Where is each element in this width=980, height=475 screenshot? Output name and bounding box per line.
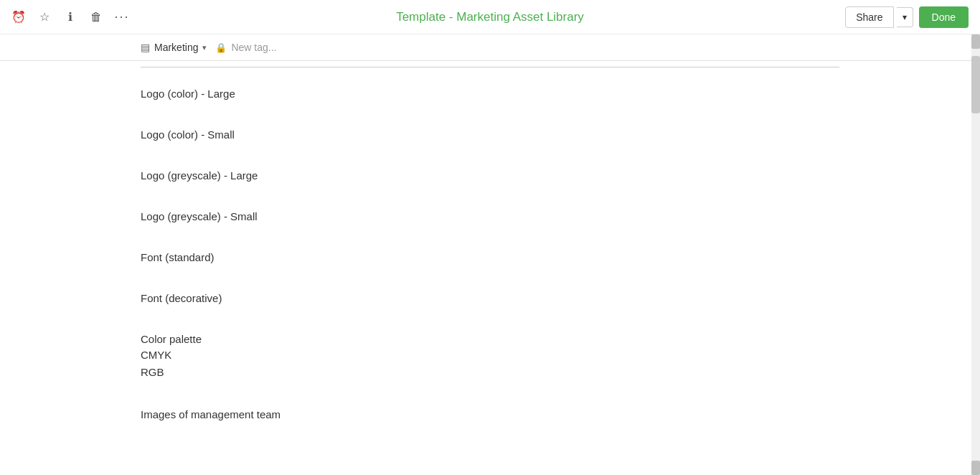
list-item[interactable]: Logo (greyscale) - Small <box>141 196 839 237</box>
toolbar-left: ⏰ ☆ ℹ 🗑 ··· <box>11 10 129 24</box>
main-content: Logo (color) - LargeLogo (color) - Small… <box>0 73 980 475</box>
toolbar-right: Share ▾ Done <box>845 6 969 28</box>
alarm-icon[interactable]: ⏰ <box>11 10 26 24</box>
marketing-tag[interactable]: ▤ Marketing ▾ <box>141 42 207 53</box>
item-sub-line: CMYK <box>141 347 839 364</box>
tag-chevron-icon: ▾ <box>202 43 207 52</box>
toolbar: ⏰ ☆ ℹ 🗑 ··· Template - Marketing Asset L… <box>0 0 980 34</box>
scrollbar-arrow-up[interactable] <box>971 34 980 49</box>
new-tag-button[interactable]: 🔒 New tag... <box>215 42 276 53</box>
list-item[interactable]: Images of management team <box>141 394 839 435</box>
list-item[interactable]: Font (standard) <box>141 237 839 278</box>
share-button[interactable]: Share <box>845 6 893 28</box>
page-title: Template - Marketing Asset Library <box>396 10 584 24</box>
item-text: Images of management team <box>141 408 281 420</box>
content-divider <box>141 67 839 67</box>
trash-icon[interactable]: 🗑 <box>89 10 103 24</box>
item-text: Logo (color) - Large <box>141 88 235 100</box>
list-item[interactable]: Logo (color) - Small <box>141 114 839 155</box>
scrollbar-arrow-down[interactable] <box>971 461 980 475</box>
scrollbar-track[interactable] <box>971 34 980 475</box>
item-text: Color palette <box>141 333 202 345</box>
list-item[interactable]: Logo (greyscale) - Large <box>141 155 839 196</box>
item-text: Logo (color) - Small <box>141 128 235 141</box>
item-text: Logo (greyscale) - Large <box>141 169 258 182</box>
tag-label: Marketing <box>154 42 198 53</box>
more-icon[interactable]: ··· <box>115 10 129 24</box>
list-item[interactable]: Font (decorative) <box>141 278 839 319</box>
item-text: Font (standard) <box>141 251 215 263</box>
done-button[interactable]: Done <box>919 6 969 28</box>
star-icon[interactable]: ☆ <box>37 10 52 24</box>
item-sub-line: RGB <box>141 364 839 381</box>
scrollbar-thumb[interactable] <box>971 56 980 113</box>
list-item[interactable]: Logo (color) - Large <box>141 73 839 114</box>
lock-icon: 🔒 <box>215 42 227 53</box>
item-text: Font (decorative) <box>141 292 222 304</box>
tag-row: ▤ Marketing ▾ 🔒 New tag... <box>0 34 980 61</box>
list-item[interactable]: Color paletteCMYKRGB <box>141 319 839 394</box>
item-text: Logo (greyscale) - Small <box>141 210 258 222</box>
info-icon[interactable]: ℹ <box>63 10 77 24</box>
new-tag-label: New tag... <box>231 42 276 53</box>
share-dropdown-button[interactable]: ▾ <box>897 7 913 27</box>
tag-icon: ▤ <box>141 42 150 53</box>
